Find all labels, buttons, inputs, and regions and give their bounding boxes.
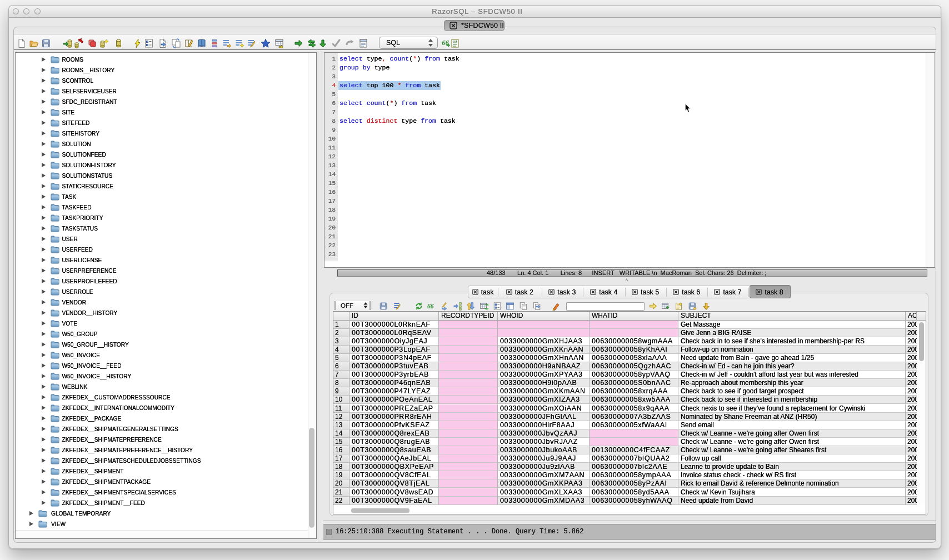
svg-text:66: 66 bbox=[427, 302, 434, 309]
